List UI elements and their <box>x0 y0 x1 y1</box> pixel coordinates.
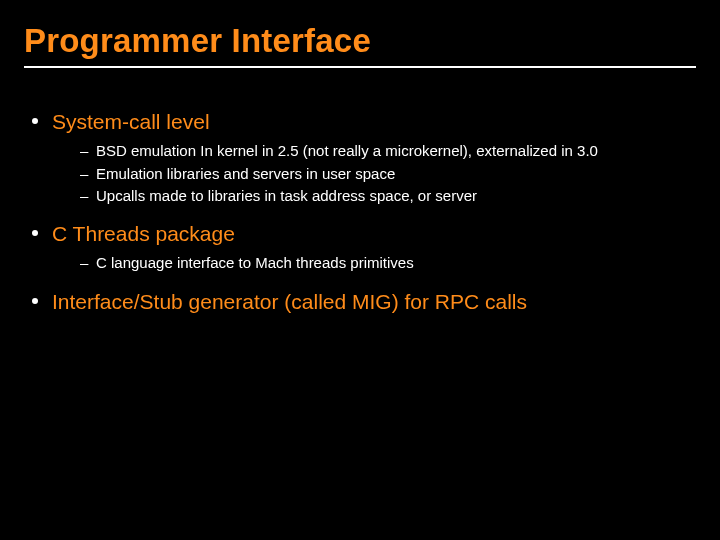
dash-icon: – <box>80 164 96 184</box>
sub-list-item: – C language interface to Mach threads p… <box>80 253 696 273</box>
content-area: System-call level – BSD emulation In ker… <box>24 108 696 315</box>
bullet-icon <box>32 230 38 236</box>
list-item: C Threads package <box>32 220 696 247</box>
sub-list: – C language interface to Mach threads p… <box>80 253 696 273</box>
sub-list-item-label: BSD emulation In kernel in 2.5 (not real… <box>96 141 598 161</box>
list-item: Interface/Stub generator (called MIG) fo… <box>32 288 696 315</box>
slide: Programmer Interface System-call level –… <box>0 0 720 540</box>
bullet-icon <box>32 298 38 304</box>
dash-icon: – <box>80 141 96 161</box>
sub-list-item-label: Upcalls made to libraries in task addres… <box>96 186 477 206</box>
bullet-icon <box>32 118 38 124</box>
title-rule <box>24 66 696 68</box>
sub-list-item-label: C language interface to Mach threads pri… <box>96 253 414 273</box>
slide-title: Programmer Interface <box>24 22 696 60</box>
sub-list-item: – Emulation libraries and servers in use… <box>80 164 696 184</box>
list-item-label: System-call level <box>52 108 210 135</box>
sub-list: – BSD emulation In kernel in 2.5 (not re… <box>80 141 696 206</box>
list-item: System-call level <box>32 108 696 135</box>
dash-icon: – <box>80 253 96 273</box>
sub-list-item-label: Emulation libraries and servers in user … <box>96 164 395 184</box>
sub-list-item: – BSD emulation In kernel in 2.5 (not re… <box>80 141 696 161</box>
sub-list-item: – Upcalls made to libraries in task addr… <box>80 186 696 206</box>
dash-icon: – <box>80 186 96 206</box>
list-item-label: Interface/Stub generator (called MIG) fo… <box>52 288 527 315</box>
list-item-label: C Threads package <box>52 220 235 247</box>
